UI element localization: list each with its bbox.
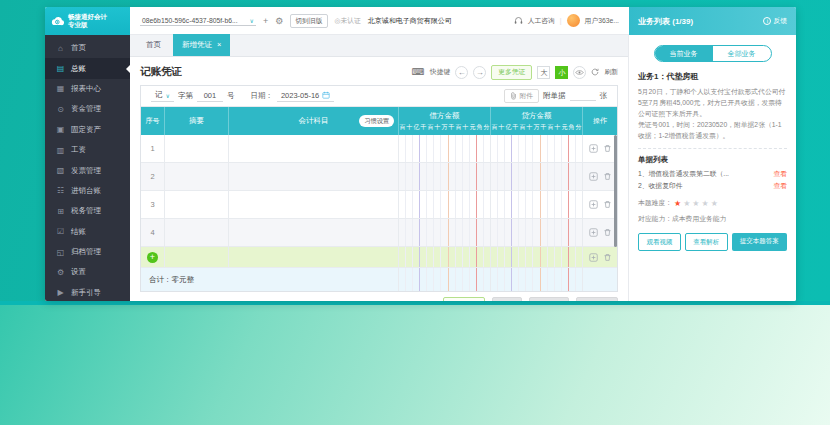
fund-icon: ⊙	[56, 105, 65, 114]
business-description: 5月20日，丁静和个人以支付宝付款形式代公司付5至7月房租45,000元，对方已…	[638, 87, 787, 120]
sidebar-item-1[interactable]: ▤总账	[45, 58, 130, 78]
habit-settings-button[interactable]: 习惯设置	[359, 115, 394, 127]
view-analysis-button[interactable]: 查看解析	[685, 233, 728, 251]
footer-save-button[interactable]	[443, 297, 485, 301]
sidebar-item-5[interactable]: ▥工资	[45, 140, 130, 160]
avatar[interactable]	[567, 14, 580, 27]
docs-count-input[interactable]	[570, 92, 596, 101]
credit-cell[interactable]	[491, 247, 583, 267]
date-picker[interactable]: 2023-05-16	[277, 91, 334, 102]
doc-view-link[interactable]: 查看	[773, 168, 787, 180]
account-cell[interactable]	[229, 247, 399, 267]
watch-video-button[interactable]: 观看视频	[638, 233, 681, 251]
footer-button[interactable]	[492, 297, 522, 301]
account-cell[interactable]	[229, 191, 399, 218]
tax-icon: ⊞	[56, 207, 65, 216]
star-icon: ★	[692, 199, 701, 208]
voucher-word-select[interactable]: 记 ∨	[151, 90, 174, 102]
logo-cloud-icon	[51, 16, 64, 26]
credit-cell[interactable]	[491, 135, 583, 162]
summary-cell[interactable]	[165, 191, 229, 218]
account-select[interactable]: 08e6b150-596c-4537-805f-b6... ∨	[140, 16, 256, 26]
row-actions[interactable]	[583, 247, 617, 267]
sidebar-item-0[interactable]: ⌂首页	[45, 38, 130, 58]
copy-icon	[589, 172, 598, 181]
docs-list: 1、增值税普通发票第二联（...查看2、收据复印件查看	[638, 168, 787, 192]
row-actions[interactable]	[583, 191, 617, 218]
sidebar-item-label: 资金管理	[71, 104, 101, 114]
tab-current-business[interactable]: 当前业务	[655, 46, 713, 61]
credit-cell[interactable]	[491, 163, 583, 190]
row-actions[interactable]	[583, 163, 617, 190]
sidebar-item-10[interactable]: ◱归档管理	[45, 242, 130, 262]
sidebar-item-7[interactable]: ☷进销台账	[45, 181, 130, 201]
debit-cell[interactable]	[399, 163, 491, 190]
table-scrollbar[interactable]	[614, 135, 617, 247]
sidebar-item-9[interactable]: ☑结账	[45, 222, 130, 242]
support-link[interactable]: 人工咨询	[528, 16, 555, 26]
credit-cell[interactable]	[491, 219, 583, 246]
voucher-table-header: 序号 摘要 会计科目 习惯设置 借方金额 百十亿千百十万千百十元角分 贷方金额	[141, 107, 617, 135]
username[interactable]: 用户363e...	[585, 16, 619, 26]
doc-view-link[interactable]: 查看	[773, 180, 787, 192]
business-tabs: 当前业务 全部业务	[654, 45, 772, 62]
add-row-button[interactable]: +	[147, 252, 158, 263]
sidebar-item-6[interactable]: ▧发票管理	[45, 160, 130, 180]
row-actions[interactable]	[583, 135, 617, 162]
business-panel: 当前业务 全部业务 业务1：代垫房租 5月20日，丁静和个人以支付宝付款形式代公…	[629, 35, 796, 301]
header-account: 会计科目 习惯设置	[229, 107, 399, 135]
account-cell[interactable]	[229, 219, 399, 246]
keyboard-icon: ⌨	[412, 67, 425, 77]
chevron-down-icon: ∨	[250, 17, 254, 24]
account-cell[interactable]	[229, 135, 399, 162]
summary-cell[interactable]	[165, 135, 229, 162]
difficulty-label: 本题难度：	[638, 198, 672, 208]
sidebar-item-2[interactable]: ▦报表中心	[45, 79, 130, 99]
feedback-link[interactable]: 反馈	[763, 16, 787, 26]
summary-cell[interactable]	[165, 247, 229, 267]
voucher-rows: 1234	[141, 135, 617, 247]
sidebar-item-4[interactable]: ▣固定资产	[45, 120, 130, 140]
debit-cell[interactable]	[399, 135, 491, 162]
sidebar-item-3[interactable]: ⊙资金管理	[45, 99, 130, 119]
font-large-button[interactable]: 大	[537, 66, 550, 79]
refresh-button[interactable]: 刷新	[604, 67, 618, 77]
close-icon[interactable]: ×	[217, 34, 221, 56]
summary-cell[interactable]	[165, 219, 229, 246]
voucher-number-input[interactable]: 001	[197, 91, 223, 102]
footer-button[interactable]	[529, 297, 569, 301]
attachment-button[interactable]: 附件	[504, 89, 539, 103]
debit-cell[interactable]	[399, 191, 491, 218]
header-credit: 贷方金额 百十亿千百十万千百十元角分	[491, 107, 583, 135]
add-account-button[interactable]: +	[263, 16, 268, 26]
total-debit-cell	[399, 268, 491, 291]
debit-cell[interactable]	[399, 247, 491, 267]
footer-button[interactable]	[576, 297, 618, 301]
chevron-down-icon: ∨	[166, 92, 170, 99]
summary-cell[interactable]	[165, 163, 229, 190]
more-vouchers-button[interactable]: 更多凭证	[491, 65, 532, 80]
sidebar-item-12[interactable]: ▶新手引导	[45, 283, 130, 301]
voucher-row-3: 3	[141, 191, 617, 219]
tab-home[interactable]: 首页	[134, 34, 173, 56]
total-label: 合计：零元整	[141, 268, 399, 291]
prev-voucher-button[interactable]: ←	[455, 66, 468, 79]
tab-all-business[interactable]: 全部业务	[713, 46, 771, 61]
gear-icon[interactable]: ⚙	[275, 16, 283, 26]
copy-icon	[589, 228, 598, 237]
tab-new-voucher[interactable]: 新增凭证 ×	[173, 34, 230, 56]
sidebar-item-8[interactable]: ⊞税务管理	[45, 201, 130, 221]
row-actions[interactable]	[583, 219, 617, 246]
preview-eye-button[interactable]	[573, 66, 586, 79]
credit-cell[interactable]	[491, 191, 583, 218]
account-cell[interactable]	[229, 163, 399, 190]
debit-cell[interactable]	[399, 219, 491, 246]
trade-icon: ☷	[56, 186, 65, 195]
shortcut-keys-button[interactable]: 快捷键	[430, 67, 450, 77]
submit-answer-button[interactable]: 提交本题答案	[732, 233, 788, 251]
font-small-button[interactable]: 小	[555, 66, 568, 79]
star-icon: ★	[711, 199, 720, 208]
switch-old-version-button[interactable]: 切到旧版	[290, 14, 327, 28]
next-voucher-button[interactable]: →	[473, 66, 486, 79]
sidebar-item-11[interactable]: ⚙设置	[45, 262, 130, 282]
